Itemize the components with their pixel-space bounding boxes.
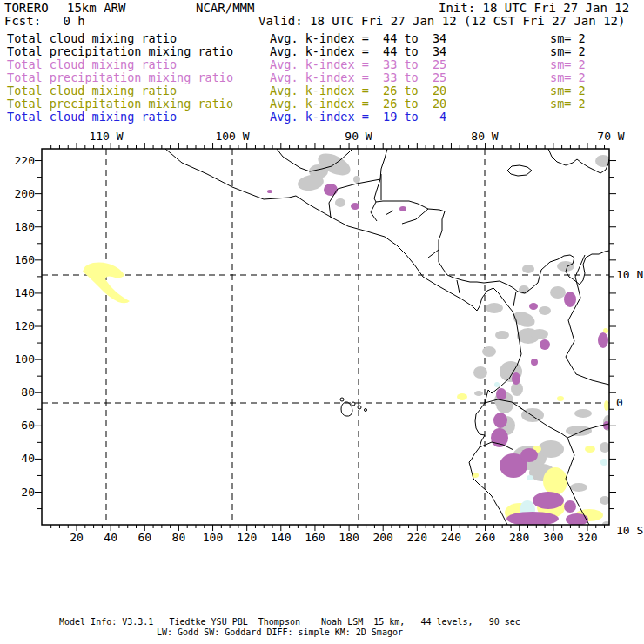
purple-mixing-ratio-blob <box>506 512 559 526</box>
gray-mixing-ratio-blob <box>566 426 592 436</box>
x-axis-tick-label: 60 <box>125 532 164 544</box>
model-info-line1: Model Info: V3.3.1 Tiedtke YSU PBL Thomp… <box>59 617 520 627</box>
y-axis-tick-label: 60 <box>3 419 35 432</box>
yellow-mixing-ratio-blob <box>543 467 567 495</box>
island-outline <box>365 409 367 412</box>
latitude-tick-label: 10 S <box>616 525 643 537</box>
x-axis-tick-label: 140 <box>262 532 300 544</box>
yellow-mixing-ratio-blob <box>585 446 595 453</box>
purple-mixing-ratio-blob <box>531 359 538 366</box>
legend-field-label: Total cloud mixing ratio <box>7 111 177 124</box>
y-axis-tick-label: 100 <box>3 353 35 366</box>
gray-mixing-ratio-blob <box>335 198 345 207</box>
x-axis-tick-label: 260 <box>466 532 505 544</box>
yellow-mixing-ratio-blob <box>457 393 467 400</box>
island-outline <box>358 406 361 409</box>
init-time-label: Init: 18 UTC Fri 27 Jan 12 <box>439 2 629 15</box>
purple-mixing-ratio-blob <box>566 513 588 526</box>
gray-mixing-ratio-blob <box>600 496 610 505</box>
data-fill-layer <box>83 149 612 527</box>
gray-mixing-ratio-blob <box>531 329 548 339</box>
gray-mixing-ratio-blob <box>511 309 537 330</box>
purple-mixing-ratio-blob <box>512 372 520 385</box>
country-border-path <box>566 255 609 385</box>
purple-mixing-ratio-blob <box>520 448 538 462</box>
island-outline <box>507 165 532 176</box>
gray-mixing-ratio-blob <box>574 409 592 418</box>
legend-kindex-value: Avg. k-index = 19 to 4 <box>270 111 446 124</box>
legend-kindex-value: Avg. k-index = 44 to 34 <box>270 32 446 45</box>
y-axis-tick-label: 220 <box>3 155 35 167</box>
x-axis-tick-label: 280 <box>500 532 539 544</box>
gray-mixing-ratio-blob <box>600 442 610 453</box>
x-axis-tick-label: 180 <box>330 532 368 544</box>
gray-mixing-ratio-blob <box>539 306 551 315</box>
y-axis-tick-label: 200 <box>3 188 35 200</box>
legend-field-label: Total cloud mixing ratio <box>7 84 177 97</box>
legend-field-label: Total precipitation mixing ratio <box>7 97 233 111</box>
legend-field-label: Total cloud mixing ratio <box>7 58 177 71</box>
purple-mixing-ratio-blob <box>564 500 576 513</box>
purple-mixing-ratio-blob <box>540 339 550 350</box>
y-axis-tick-label: 160 <box>3 254 35 266</box>
legend-sm-value: sm= 2 <box>550 32 586 45</box>
yellow-mixing-ratio-blob <box>603 328 608 333</box>
y-axis-tick-label: 120 <box>3 320 35 332</box>
y-axis-tick-label: 20 <box>3 486 35 499</box>
purple-mixing-ratio-blob <box>399 206 406 211</box>
x-axis-tick-label: 20 <box>57 532 96 544</box>
purple-mixing-ratio-blob <box>598 332 608 348</box>
gray-mixing-ratio-blob <box>522 265 534 273</box>
model-grid-label: 15km ARW <box>67 2 125 15</box>
legend-field-label: Total precipitation mixing ratio <box>7 45 233 58</box>
yellow-mixing-ratio-blob <box>557 396 564 401</box>
legend-field-label: Total cloud mixing ratio <box>7 32 177 45</box>
legend-kindex-value: Avg. k-index = 44 to 34 <box>270 45 446 58</box>
y-axis-tick-label: 40 <box>3 453 35 465</box>
country-border-path <box>457 280 460 293</box>
gray-mixing-ratio-blob <box>538 440 564 458</box>
x-axis-tick-label: 100 <box>194 532 232 544</box>
gray-mixing-ratio-blob <box>550 286 566 299</box>
purple-mixing-ratio-blob <box>324 184 338 196</box>
country-border-path <box>428 250 439 258</box>
purple-mixing-ratio-blob <box>564 292 576 307</box>
country-border-path <box>386 211 393 215</box>
legend-sm-value: sm= 2 <box>550 45 586 58</box>
org-label: NCAR/MMM <box>196 2 254 15</box>
model-plot-page: { "header": { "model": "TORERO", "grid":… <box>0 0 644 644</box>
model-name: TORERO <box>4 2 49 15</box>
cyan-mixing-ratio-blob <box>494 382 500 387</box>
x-axis-tick-label: 320 <box>568 532 607 544</box>
country-border-path <box>402 209 428 224</box>
x-axis-tick-label: 200 <box>364 532 402 544</box>
gray-mixing-ratio-blob <box>570 483 587 492</box>
legend-sm-value: sm= 2 <box>550 97 586 111</box>
country-border-path <box>371 202 377 221</box>
legend-field-label: Total precipitation mixing ratio <box>7 71 233 84</box>
y-axis-tick-label: 140 <box>3 287 35 299</box>
gray-mixing-ratio-blob <box>473 366 487 379</box>
cyan-mixing-ratio-blob <box>527 475 533 480</box>
purple-mixing-ratio-blob <box>491 428 508 447</box>
gray-mixing-ratio-blob <box>353 176 360 183</box>
purple-mixing-ratio-blob <box>267 190 272 193</box>
legend-sm-value: sm= 2 <box>550 71 586 84</box>
valid-time-label: Valid: 18 UTC Fri 27 Jan 12 (12 CST Fri … <box>258 15 625 28</box>
gray-mixing-ratio-blob <box>495 331 509 339</box>
y-axis-tick-label: 180 <box>3 221 35 233</box>
gray-mixing-ratio-blob <box>486 303 503 313</box>
x-axis-tick-label: 40 <box>91 532 130 544</box>
country-border-path <box>513 292 516 306</box>
purple-mixing-ratio-blob <box>496 388 506 400</box>
x-axis-tick-label: 80 <box>159 532 198 544</box>
legend-kindex-value: Avg. k-index = 33 to 25 <box>270 58 446 71</box>
x-axis-tick-label: 240 <box>432 532 470 544</box>
gray-mixing-ratio-blob <box>482 346 496 357</box>
island-outline <box>340 398 344 401</box>
x-axis-tick-label: 160 <box>296 532 334 544</box>
x-axis-tick-label: 300 <box>534 532 573 544</box>
country-border-path <box>329 179 380 218</box>
purple-mixing-ratio-blob <box>351 203 359 210</box>
island-outline <box>341 402 352 416</box>
